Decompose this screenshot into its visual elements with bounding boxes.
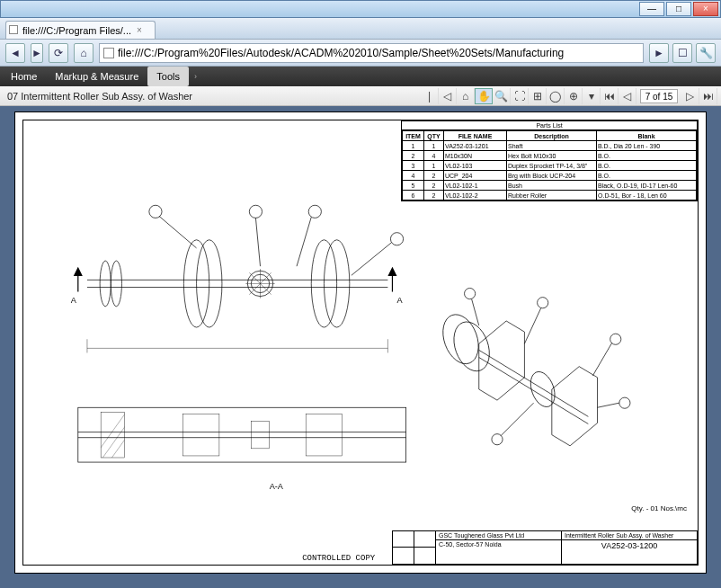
svg-point-43 [437,309,485,369]
svg-line-49 [472,299,479,325]
svg-text:A: A [397,296,404,305]
prev-page-icon[interactable]: ◁ [619,88,636,104]
last-page-icon[interactable]: ⏭ [699,88,717,104]
svg-line-46 [479,358,589,424]
pan-icon[interactable]: ✋ [475,88,493,104]
doc-toolbar: 07 Intermittent Roller Sub Assy. of Wash… [0,86,721,106]
first-page-icon[interactable]: ⏮ [601,88,619,104]
svg-line-21 [352,243,392,275]
svg-point-2 [100,261,111,307]
menu-overflow-icon[interactable]: › [189,72,202,81]
close-button[interactable]: × [693,2,718,16]
svg-line-41 [105,403,151,467]
svg-line-55 [597,403,619,407]
window-titlebar: — □ × [0,0,721,18]
cad-drawing: A A [23,120,698,567]
svg-point-14 [149,205,162,218]
drawing-sheet: Parts List ITEMQTYFILE NAMEDescriptionBl… [14,111,707,574]
drawing-number: VA252-03-1200 [562,540,697,551]
reload-button[interactable]: ⟳ [49,43,68,63]
browser-tab[interactable]: file:///C:/Program Files/... × [5,21,156,39]
tab-bar: file:///C:/Program Files/... × [0,18,721,40]
tab-title: file:///C:/Program Files/... [22,25,131,36]
svg-rect-31 [78,407,406,462]
svg-point-47 [526,369,559,410]
svg-marker-26 [388,268,396,275]
page-icon [103,48,114,58]
page-indicator[interactable]: 7 of 15 [640,89,678,103]
svg-line-15 [159,216,197,247]
home-button[interactable]: ⌂ [74,43,93,63]
svg-line-53 [592,343,611,375]
svg-point-54 [619,397,630,408]
svg-point-48 [465,288,476,298]
next-page-icon[interactable]: ▷ [681,88,699,104]
go-button[interactable]: ► [649,43,669,63]
maximize-button[interactable]: □ [666,2,691,16]
app-menubar: Home Markup & Measure Tools › [0,67,721,86]
qty-note: Qty. - 01 Nos.\mc [631,504,687,512]
svg-point-50 [538,298,548,308]
svg-line-45 [479,350,589,416]
svg-rect-35 [182,414,219,456]
company-address: C-50, Sector-57 Noida [436,540,561,548]
svg-line-19 [297,217,311,266]
menu-markup[interactable]: Markup & Measure [46,67,147,86]
svg-point-20 [390,233,403,245]
controlled-copy-stamp: CONTROLLED COPY [302,554,375,563]
svg-marker-23 [75,268,82,275]
svg-point-16 [249,205,262,218]
tools-button[interactable]: 🔧 [696,43,716,63]
home-icon[interactable]: ⌂ [457,88,475,104]
company-name: GSC Toughened Glass Pvt Ltd [436,531,561,540]
chev-icon[interactable]: ▾ [583,88,601,104]
svg-line-51 [524,308,540,344]
orbit-icon[interactable]: ⊕ [565,88,583,104]
drawing-name: Intermittent Roller Sub Assy. of Washer [562,531,697,540]
address-bar: ◄ ► ⟳ ⌂ file:///C:/Program%20Files/Autod… [0,40,721,67]
svg-rect-36 [306,414,343,456]
tab-close-icon[interactable]: × [137,25,142,35]
svg-rect-37 [251,421,269,448]
favicon-icon [9,25,18,34]
svg-line-40 [87,403,133,467]
svg-line-57 [501,403,533,435]
menu-tools[interactable]: Tools [147,67,189,86]
svg-rect-34 [101,412,124,458]
drawing-frame: Parts List ITEMQTYFILE NAMEDescriptionBl… [22,120,699,566]
svg-point-3 [111,261,121,307]
layers-icon[interactable]: ◯ [547,88,565,104]
back-button[interactable]: ◄ [5,43,25,63]
svg-point-18 [308,205,321,218]
drawing-viewport[interactable]: Parts List ITEMQTYFILE NAMEDescriptionBl… [0,106,721,588]
minimize-button[interactable]: — [639,2,664,16]
feeds-button[interactable]: ☐ [672,43,692,63]
svg-line-17 [255,218,260,266]
svg-point-44 [448,316,496,376]
zoom-fit-icon[interactable]: ⊞ [529,88,547,104]
menu-home[interactable]: Home [2,67,46,86]
url-text: file:///C:/Program%20Files/Autodesk/ACAD… [118,47,564,59]
url-input[interactable]: file:///C:/Program%20Files/Autodesk/ACAD… [99,43,644,63]
svg-text:A: A [71,296,77,305]
title-block: GSC Toughened Glass Pvt Ltd C-50, Sector… [392,530,698,565]
forward-button[interactable]: ► [31,43,43,63]
zoom-in-icon[interactable]: 🔍 [493,88,511,104]
prev-sheet-icon[interactable]: ◁ [439,88,457,104]
svg-text:A-A: A-A [270,482,284,491]
doc-title: 07 Intermittent Roller Sub Assy. of Wash… [4,91,421,102]
sep-icon: | [421,88,439,104]
svg-line-39 [96,403,142,467]
zoom-window-icon[interactable]: ⛶ [511,88,529,104]
